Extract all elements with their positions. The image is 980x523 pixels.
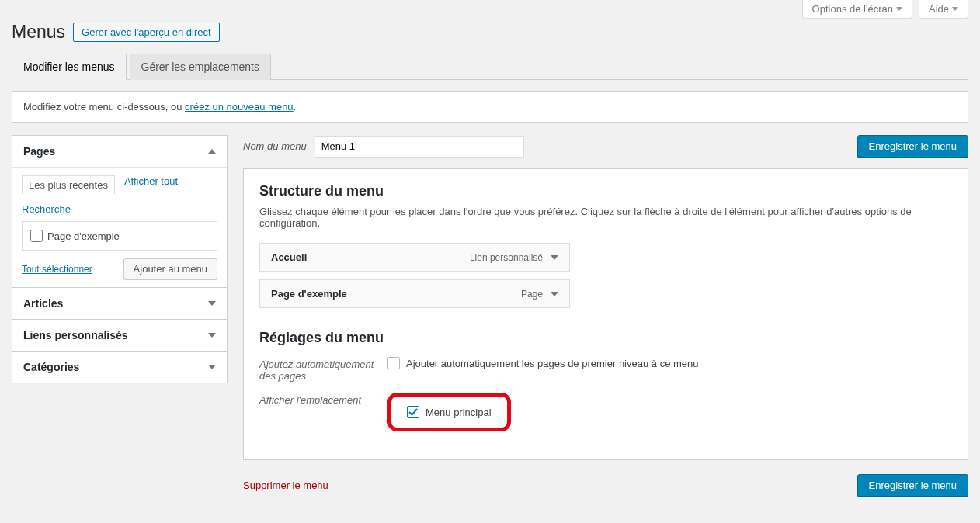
create-new-menu-link[interactable]: créez un nouveau menu bbox=[185, 101, 293, 113]
menu-item-type: Lien personnalisé bbox=[470, 252, 543, 263]
auto-add-label: Ajoutez automatiquement des pages bbox=[259, 357, 387, 382]
check-icon bbox=[408, 407, 418, 417]
chevron-down-icon bbox=[208, 333, 216, 338]
page-title: Menus bbox=[12, 22, 65, 43]
menu-item-title: Page d'exemple bbox=[271, 288, 347, 300]
menu-item[interactable]: Page d'exemple Page bbox=[259, 279, 570, 308]
help-label: Aide bbox=[929, 3, 949, 15]
info-suffix: . bbox=[294, 101, 297, 113]
info-prefix: Modifiez votre menu ci-dessous, ou bbox=[23, 101, 185, 113]
metabox-title-pages: Pages bbox=[23, 145, 55, 158]
metabox-header-pages[interactable]: Pages bbox=[12, 136, 227, 168]
auto-add-checkbox-label: Ajouter automatiquement les pages de pre… bbox=[406, 358, 699, 369]
location-checkbox-label: Menu principal bbox=[426, 407, 492, 418]
save-menu-button-bottom[interactable]: Enregistrer le menu bbox=[857, 474, 968, 497]
menu-item-title: Accueil bbox=[271, 251, 307, 263]
screen-options-label: Options de l'écran bbox=[812, 3, 893, 15]
highlight-box: Menu principal bbox=[387, 393, 511, 431]
delete-menu-link[interactable]: Supprimer le menu bbox=[243, 480, 328, 491]
metabox-header-articles[interactable]: Articles bbox=[12, 288, 227, 319]
metabox-title-custom-links: Liens personnalisés bbox=[23, 329, 128, 341]
structure-desc: Glissez chaque élément pour les placer d… bbox=[259, 206, 952, 229]
metabox-title-categories: Catégories bbox=[23, 361, 79, 373]
menu-item[interactable]: Accueil Lien personnalisé bbox=[259, 243, 570, 272]
tab-edit-menus[interactable]: Modifier les menus bbox=[12, 54, 127, 80]
menu-name-label: Nom du menu bbox=[243, 140, 307, 152]
location-checkbox[interactable] bbox=[407, 406, 419, 418]
pages-tab-all[interactable]: Afficher tout bbox=[124, 175, 178, 194]
save-menu-button-top[interactable]: Enregistrer le menu bbox=[857, 135, 968, 158]
live-preview-button[interactable]: Gérer avec l'aperçu en direct bbox=[73, 23, 220, 42]
page-item[interactable]: Page d'exemple bbox=[30, 230, 209, 242]
pages-tab-search[interactable]: Recherche bbox=[22, 203, 71, 215]
menu-item-type: Page bbox=[521, 289, 543, 300]
chevron-down-icon bbox=[208, 365, 216, 369]
metabox-title-articles: Articles bbox=[23, 297, 63, 310]
screen-options-button[interactable]: Options de l'écran bbox=[802, 0, 912, 19]
structure-heading: Structure du menu bbox=[259, 183, 952, 199]
menu-name-input[interactable] bbox=[315, 136, 524, 158]
display-location-label: Afficher l'emplacement bbox=[259, 393, 387, 406]
info-box: Modifiez votre menu ci-dessous, ou créez… bbox=[12, 91, 968, 123]
help-button[interactable]: Aide bbox=[919, 0, 968, 19]
page-item-label: Page d'exemple bbox=[47, 230, 120, 242]
metabox-header-custom-links[interactable]: Liens personnalisés bbox=[12, 320, 227, 351]
pages-tab-recent[interactable]: Les plus récentes bbox=[22, 175, 115, 194]
chevron-down-icon[interactable] bbox=[551, 255, 558, 260]
tab-manage-locations[interactable]: Gérer les emplacements bbox=[130, 54, 272, 80]
chevron-down-icon bbox=[208, 301, 216, 306]
chevron-down-icon[interactable] bbox=[551, 292, 558, 296]
select-all-link[interactable]: Tout sélectionner bbox=[22, 264, 92, 275]
chevron-up-icon bbox=[208, 149, 216, 154]
add-to-menu-button[interactable]: Ajouter au menu bbox=[123, 258, 217, 279]
page-item-checkbox[interactable] bbox=[30, 230, 43, 242]
settings-heading: Réglages du menu bbox=[259, 330, 952, 346]
auto-add-checkbox[interactable] bbox=[387, 357, 400, 369]
chevron-down-icon bbox=[896, 7, 902, 11]
chevron-down-icon bbox=[952, 7, 958, 11]
metabox-header-categories[interactable]: Catégories bbox=[12, 352, 227, 383]
